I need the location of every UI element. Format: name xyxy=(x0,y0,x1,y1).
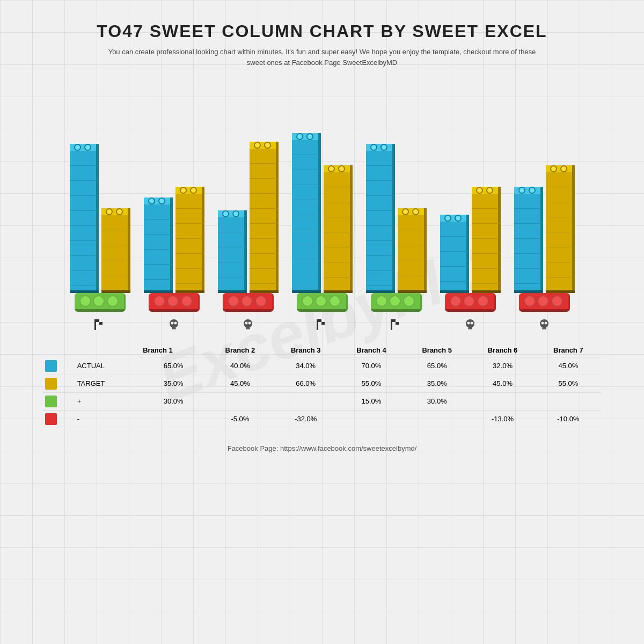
minus-value: -10.0% xyxy=(536,410,601,428)
svg-point-29 xyxy=(471,322,473,325)
actual-value: 34.0% xyxy=(273,357,339,375)
target-row: TARGET 35.0%45.0%66.0%55.0%35.0%45.0%55.… xyxy=(43,375,601,392)
actual-label: ACTUAL xyxy=(74,357,140,375)
svg-rect-17 xyxy=(317,319,318,330)
minus-value xyxy=(404,410,470,428)
svg-rect-24 xyxy=(392,322,396,325)
svg-rect-16 xyxy=(246,328,250,330)
minus-value: -5.0% xyxy=(207,410,273,428)
branch-header-cell: Branch 5 xyxy=(404,341,470,357)
branch-badge-group xyxy=(510,293,579,312)
plus-value xyxy=(207,392,273,410)
svg-rect-18 xyxy=(318,319,321,322)
table-container: Branch 1Branch 2Branch 3Branch 4Branch 5… xyxy=(32,335,612,428)
actual-row: ACTUAL 65.0%40.0%34.0%70.0%65.0%32.0%45.… xyxy=(43,357,601,375)
minus-value: -32.0% xyxy=(273,410,339,428)
svg-rect-26 xyxy=(396,322,399,325)
branch-badge-group xyxy=(65,293,134,312)
branch-header-cell: Branch 7 xyxy=(536,341,601,357)
branch-icon-group xyxy=(214,317,282,335)
svg-point-28 xyxy=(467,322,470,325)
branch-badge-group xyxy=(214,293,282,312)
icons-section xyxy=(32,315,612,335)
svg-rect-2 xyxy=(96,322,99,325)
branch-icon-group xyxy=(288,317,356,335)
plus-value xyxy=(536,392,601,410)
svg-rect-38 xyxy=(542,328,546,330)
target-value: 55.0% xyxy=(339,375,404,392)
table-header-row: Branch 1Branch 2Branch 3Branch 4Branch 5… xyxy=(43,341,601,357)
branch-bar-group xyxy=(510,111,579,293)
svg-point-35 xyxy=(545,322,547,325)
svg-point-27 xyxy=(466,319,474,328)
branch-icon-group xyxy=(140,317,208,335)
branch-icon-group xyxy=(362,317,430,335)
actual-value: 65.0% xyxy=(404,357,470,375)
actual-value: 65.0% xyxy=(140,357,207,375)
branch-bar-group xyxy=(436,111,504,293)
branch-bar-group xyxy=(214,111,282,293)
svg-rect-23 xyxy=(392,319,396,322)
branch-bar-group xyxy=(65,111,134,293)
branch-badge-group xyxy=(362,293,430,312)
branch-header-cell: Branch 6 xyxy=(470,341,535,357)
minus-row: - -5.0%-32.0%-13.0%-10.0% xyxy=(43,410,601,428)
svg-rect-4 xyxy=(99,322,103,325)
content-area: TO47 SWEET COLUMN CHART BY SWEET EXCEL Y… xyxy=(32,21,612,452)
branch-bar-group xyxy=(288,111,356,293)
branch-bar-group xyxy=(140,111,208,293)
svg-rect-3 xyxy=(99,319,103,322)
flag-icon xyxy=(92,317,107,335)
target-value: 45.0% xyxy=(470,375,535,392)
branch-header-cell: Branch 2 xyxy=(207,341,273,357)
target-value: 35.0% xyxy=(404,375,470,392)
svg-rect-0 xyxy=(94,319,96,330)
skull-icon xyxy=(166,317,181,335)
data-table: Branch 1Branch 2Branch 3Branch 4Branch 5… xyxy=(43,341,601,428)
main-container: ExcelbyMD TO47 SWEET COLUMN CHART BY SWE… xyxy=(0,0,644,644)
minus-value xyxy=(339,410,404,428)
svg-rect-1 xyxy=(96,319,99,322)
svg-rect-32 xyxy=(468,328,472,330)
plus-value: 30.0% xyxy=(404,392,470,410)
page-subtitle: You can create professional looking char… xyxy=(107,47,537,68)
svg-rect-25 xyxy=(396,319,399,322)
minus-value: -13.0% xyxy=(470,410,535,428)
branch-icon-group xyxy=(65,317,134,335)
svg-rect-19 xyxy=(318,322,321,325)
branch-header-cell: Branch 4 xyxy=(339,341,404,357)
plus-value: 30.0% xyxy=(140,392,207,410)
actual-value: 32.0% xyxy=(470,357,535,375)
target-label: TARGET xyxy=(74,375,140,392)
svg-point-7 xyxy=(174,322,177,325)
minus-label: - xyxy=(74,410,140,428)
branch-header-cell: Branch 3 xyxy=(273,341,339,357)
svg-point-5 xyxy=(170,319,178,328)
target-value: 45.0% xyxy=(207,375,273,392)
svg-point-6 xyxy=(171,322,174,325)
svg-point-12 xyxy=(245,322,248,325)
svg-point-33 xyxy=(540,319,548,328)
skull-icon xyxy=(240,317,255,335)
flag-icon xyxy=(314,317,330,335)
branch-badge-group xyxy=(288,293,356,312)
skull-icon xyxy=(463,317,478,335)
plus-value xyxy=(470,392,535,410)
branch-badge-group xyxy=(140,293,208,312)
branch-badge-group xyxy=(436,293,504,312)
chart-area xyxy=(32,89,612,335)
svg-point-13 xyxy=(248,322,251,325)
target-value: 55.0% xyxy=(536,375,601,392)
footer-text: Facebook Page: https://www.facebook.com/… xyxy=(228,444,417,452)
actual-value: 45.0% xyxy=(536,357,601,375)
branch-bar-group xyxy=(362,111,430,293)
target-value: 35.0% xyxy=(140,375,207,392)
target-value: 66.0% xyxy=(273,375,339,392)
badges-section xyxy=(32,293,612,312)
bars-row xyxy=(32,89,612,293)
plus-label: + xyxy=(74,392,140,410)
svg-rect-21 xyxy=(321,322,325,325)
plus-value: 15.0% xyxy=(339,392,404,410)
plus-value xyxy=(273,392,339,410)
plus-row: + 30.0%15.0%30.0% xyxy=(43,392,601,410)
